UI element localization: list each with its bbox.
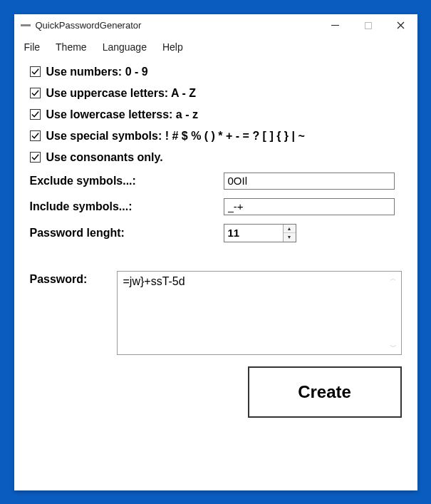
menu-file[interactable]: File (24, 41, 41, 53)
password-output[interactable]: =jw}+ssT-5d ︿ ﹀ (117, 271, 402, 355)
length-label: Password lenght: (30, 227, 224, 240)
spinner-down-icon[interactable]: ▼ (284, 233, 296, 242)
menu-help[interactable]: Help (162, 41, 183, 53)
scrollbar[interactable]: ︿ ﹀ (388, 273, 400, 353)
checkbox-uppercase[interactable] (30, 88, 41, 98)
row-password: Password: =jw}+ssT-5d ︿ ﹀ (30, 271, 402, 355)
content-area: Use numbers: 0 - 9 Use uppercase letters… (14, 58, 417, 490)
include-label: Include symbols...: (30, 200, 224, 213)
window-controls (319, 14, 417, 37)
option-special-label: Use special symbols: ! # $ % ( ) * + - =… (46, 130, 305, 143)
app-icon (20, 20, 31, 31)
checkbox-lowercase[interactable] (30, 109, 41, 120)
menu-theme[interactable]: Theme (56, 41, 87, 53)
minimize-button[interactable] (319, 14, 352, 37)
maximize-button[interactable] (352, 14, 385, 37)
row-include: Include symbols...: (30, 198, 402, 215)
include-input[interactable] (224, 198, 395, 215)
option-consonants-label: Use consonants only. (46, 151, 163, 164)
scroll-up-icon[interactable]: ︿ (388, 273, 400, 284)
option-lowercase-label: Use lowercase letterss: a - z (46, 108, 198, 121)
scroll-down-icon[interactable]: ﹀ (388, 341, 400, 353)
row-exclude: Exclude symbols...: (30, 173, 402, 190)
option-consonants: Use consonants only. (30, 151, 402, 164)
option-special: Use special symbols: ! # $ % ( ) * + - =… (30, 130, 402, 143)
spinner-up-icon[interactable]: ▲ (284, 225, 296, 234)
length-value[interactable]: 11 (224, 225, 283, 242)
option-uppercase: Use uppercase letters: A - Z (30, 87, 402, 100)
exclude-label: Exclude symbols...: (30, 175, 224, 187)
window-title: QuickPasswordGenerator (36, 20, 319, 31)
option-numbers: Use numbers: 0 - 9 (30, 66, 402, 78)
option-uppercase-label: Use uppercase letters: A - Z (46, 87, 196, 100)
option-numbers-label: Use numbers: 0 - 9 (46, 66, 148, 78)
menu-language[interactable]: Language (103, 41, 147, 53)
svg-rect-0 (21, 24, 31, 26)
checkbox-special[interactable] (30, 130, 41, 141)
menubar: File Theme Language Help (14, 37, 417, 58)
create-row: Create (30, 366, 402, 418)
titlebar: QuickPasswordGenerator (14, 14, 417, 37)
exclude-input[interactable] (224, 173, 395, 190)
create-button[interactable]: Create (248, 366, 402, 418)
close-button[interactable] (385, 14, 417, 37)
password-label: Password: (30, 271, 110, 355)
length-spinner[interactable]: 11 ▲ ▼ (224, 224, 296, 242)
option-lowercase: Use lowercase letterss: a - z (30, 108, 402, 121)
row-length: Password lenght: 11 ▲ ▼ (30, 224, 402, 242)
checkbox-numbers[interactable] (30, 66, 41, 77)
password-value: =jw}+ssT-5d (123, 275, 185, 287)
app-window: QuickPasswordGenerator File Theme Langua… (14, 14, 417, 490)
checkbox-consonants[interactable] (30, 152, 41, 163)
